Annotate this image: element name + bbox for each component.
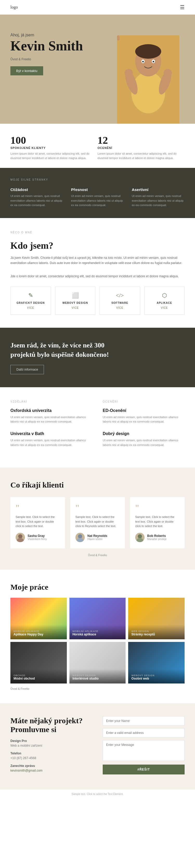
service-title-2: SOFTWARE — [104, 302, 136, 304]
stats-section: 100 SPOKOJENÉ KLIENTY Lorem ipsum dolor … — [0, 124, 195, 168]
contact-heading: Máte nějaký projekt? Promluvme si — [10, 716, 92, 734]
quote-mark-0: " — [16, 503, 60, 513]
edu-col: VZDĚLÁNÍ Oxfordská univerzita Ut enim ad… — [10, 400, 92, 455]
portfolio-links-text[interactable]: Ůvod & Freelio — [10, 687, 29, 690]
author-info-0: Sasha Gray Vlastníkem firmy — [28, 534, 47, 540]
hero-greeting: Ahoj, já jsem — [10, 33, 112, 37]
company-sub: Web a mobilní zařízení — [10, 744, 92, 747]
author-info-1: Nat Reynolds Hlavní účetní — [87, 534, 107, 540]
svg-point-13 — [18, 534, 22, 538]
cta-text: Jsem rád, že vím, že více než 300 projek… — [10, 341, 130, 374]
testimonials-heading: Co říkají klienti — [10, 480, 185, 489]
about-heading: Kdo jsem? — [10, 240, 185, 251]
service-more-0[interactable]: VÍCE — [15, 306, 47, 309]
award-desc-1: Ut enim ad minim veniam, quis nostrud ex… — [103, 438, 185, 447]
about-text-1: Já jsem Kevin Smith. Chcete-li přidat sv… — [10, 255, 185, 266]
about-label: NĚCO O MNĚ — [10, 231, 185, 234]
portfolio-item-5[interactable]: WEBOVÝ DESIGN Osobní web — [128, 642, 185, 683]
hero-links-text[interactable]: Ůvod & Freelio — [10, 57, 31, 61]
form-submit-button[interactable]: #ŘEŠIT — [103, 765, 185, 774]
hero-name: Kevin Smith — [10, 38, 112, 53]
form-name-input[interactable] — [103, 716, 185, 725]
portfolio-cat-5: WEBOVÝ DESIGN — [131, 674, 182, 677]
strengths-label: MOJE SILNÉ STRÁNKY — [10, 178, 185, 181]
testimonial-author-2: Bob Roberts Manažer prodeje — [135, 533, 179, 542]
strengths-section: MOJE SILNÉ STRÁNKY Ctižádost Ut enim ad … — [0, 168, 195, 218]
email-link[interactable]: kevinsmith@gmail.com — [10, 769, 43, 772]
edu-title-0: Oxfordská univerzita — [10, 408, 92, 413]
avatar-1 — [75, 533, 85, 542]
author-name-2: Bob Roberts — [147, 534, 167, 538]
hero-person — [117, 35, 179, 124]
service-more-3[interactable]: VÍCE — [149, 306, 180, 309]
portfolio-item-2[interactable]: WEB DESIGN Stránky receptů — [128, 598, 185, 639]
testimonial-author-0: Sasha Gray Vlastníkem firmy — [16, 533, 60, 542]
testimonial-text-1: Sample text. Click to select the text bo… — [75, 515, 120, 529]
strength-1: Přesnost Ut enim ad minim veniam, quis n… — [71, 187, 124, 208]
strength-2: Asertivní Ut enim ad minim veniam, quis … — [132, 187, 185, 208]
service-title-3: APLIKACE — [149, 302, 180, 304]
strength-title-1: Přesnost — [71, 187, 124, 192]
portfolio-overlay-5: WEBOVÝ DESIGN Osobní web — [128, 669, 185, 683]
testimonial-text-0: Sample text. Click to select the text bo… — [16, 515, 60, 529]
svg-point-10 — [124, 69, 133, 77]
avatar-0 — [16, 533, 25, 542]
strength-title-0: Ctižádost — [10, 187, 63, 192]
stat-desc-0: Lorem ipsum dolor sit amet, consectetur … — [10, 152, 90, 160]
author-info-2: Bob Roberts Manažer prodeje — [147, 534, 167, 540]
author-name-0: Sasha Gray — [28, 534, 47, 538]
form-message-input[interactable] — [103, 740, 185, 761]
services-grid: ✎ GRAFICKÝ DESIGN VÍCE ⬜ WEBOVÝ DESIGN V… — [10, 287, 185, 315]
portfolio-item-4[interactable]: WEBOVÝ DESIGN Interiérové studio — [69, 642, 126, 683]
email-value[interactable]: kevinsmith@gmail.com — [10, 769, 92, 772]
stat-number-1: 12 — [98, 134, 177, 146]
testimonial-0: " Sample text. Click to select the text … — [10, 497, 65, 548]
avatar-2 — [135, 533, 144, 542]
portfolio-cat-3: OBCHOD — [13, 674, 64, 677]
edu-title-1: Univerzita v Bath — [10, 431, 92, 436]
edu-item-0: Oxfordská univerzita Ut enim ad minim ve… — [10, 408, 92, 424]
portfolio-item-3[interactable]: OBCHOD Módní obchod — [10, 642, 67, 683]
edu-desc-0: Ut enim ad minim veniam, quis nostrud ex… — [10, 415, 92, 424]
edu-desc-1: Ut enim ad minim veniam, quis nostrud ex… — [10, 438, 92, 447]
portfolio-section: Moje práce MOBILNÍ APLIKACE Aplikace Hap… — [0, 570, 195, 703]
portfolio-overlay-0: MOBILNÍ APLIKACE Aplikace Happy Day — [10, 625, 67, 639]
edu-item-1: Univerzita v Bath Ut enim ad minim venia… — [10, 431, 92, 447]
svg-point-14 — [17, 538, 24, 542]
form-email-input[interactable] — [103, 728, 185, 738]
stat-label-1: OCENĚNÍ — [98, 146, 177, 149]
svg-point-11 — [164, 69, 172, 77]
quote-mark-1: " — [75, 503, 120, 513]
strength-desc-0: Ut enim ad minim veniam, quis nostrud ex… — [10, 194, 63, 208]
service-icon-0: ✎ — [15, 292, 47, 299]
service-0: ✎ GRAFICKÝ DESIGN VÍCE — [10, 287, 51, 315]
about-text-2: Jde o lorem dolor sit amet, consectetur … — [10, 274, 185, 279]
navbar: logo ☰ — [0, 0, 195, 14]
service-more-1[interactable]: VÍCE — [59, 306, 91, 309]
testimonials-links-text[interactable]: Ůvod & Freelio — [88, 554, 107, 557]
testimonials-links: Ůvod & Freelio — [10, 554, 185, 557]
service-3: ⬡ APLIKACE VÍCE — [144, 287, 185, 315]
portfolio-item-0[interactable]: MOBILNÍ APLIKACE Aplikace Happy Day — [10, 598, 67, 639]
contact-button[interactable]: Být v kontaktu — [10, 66, 43, 75]
portfolio-links: Ůvod & Freelio — [10, 687, 185, 690]
portfolio-overlay-3: OBCHOD Módní obchod — [10, 669, 67, 683]
edu-label: VZDĚLÁNÍ — [10, 400, 92, 403]
svg-point-6 — [142, 61, 144, 62]
portfolio-cat-0: MOBILNÍ APLIKACE — [13, 630, 64, 632]
cta-button[interactable]: Další informace — [10, 365, 44, 374]
svg-point-17 — [138, 534, 142, 538]
contact-info: Máte nějaký projekt? Promluvme si Design… — [10, 716, 92, 777]
cta-section: Jsem rád, že vím, že více než 300 projek… — [0, 328, 195, 387]
service-title-1: WEBOVÝ DESIGN — [59, 302, 91, 304]
service-icon-2: </> — [104, 292, 136, 299]
logo: logo — [10, 5, 18, 10]
award-title-0: ED-Ocenění — [103, 408, 185, 413]
portfolio-item-1[interactable]: MOBILNÍ APLIKACE Horská aplikace — [69, 598, 126, 639]
service-1: ⬜ WEBOVÝ DESIGN VÍCE — [55, 287, 96, 315]
portfolio-name-3: Módní obchod — [13, 677, 64, 680]
service-more-2[interactable]: VÍCE — [104, 306, 136, 309]
portfolio-overlay-2: WEB DESIGN Stránky receptů — [128, 625, 185, 639]
hamburger-icon[interactable]: ☰ — [180, 4, 185, 10]
svg-rect-12 — [117, 35, 120, 40]
